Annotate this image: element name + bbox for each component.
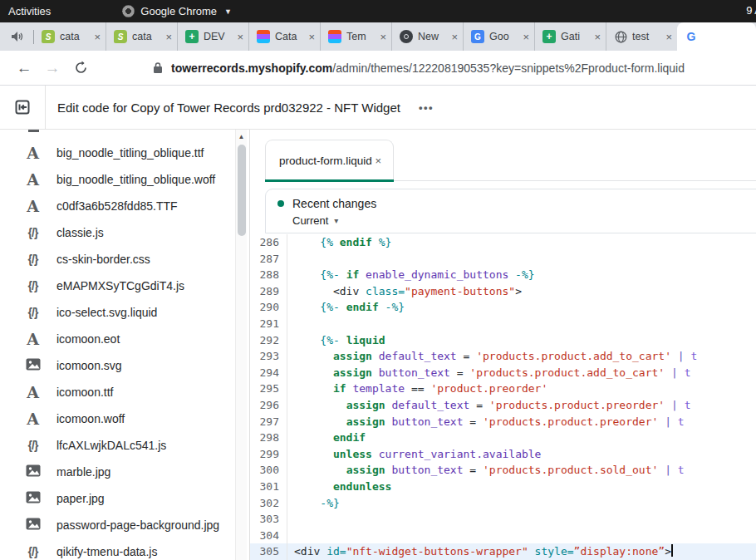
tab-title: test bbox=[632, 31, 660, 42]
file-name: icomoon.svg bbox=[56, 359, 122, 372]
chevron-down-icon: ▼ bbox=[224, 7, 232, 16]
scrollbar-thumb[interactable] bbox=[238, 145, 246, 236]
editor-tab-close-icon[interactable]: × bbox=[375, 155, 381, 167]
tab-close-icon[interactable]: × bbox=[308, 32, 315, 42]
browser-tab[interactable]: G bbox=[677, 22, 756, 51]
forward-button[interactable]: → bbox=[38, 54, 66, 82]
editor-tab-label: product-form.liquid bbox=[279, 155, 375, 167]
browser-tab[interactable]: Tem× bbox=[320, 22, 391, 51]
browser-tab[interactable]: Cata× bbox=[248, 22, 320, 51]
browser-tab[interactable]: Scata× bbox=[106, 22, 177, 51]
version-dropdown[interactable]: Current ▾ bbox=[292, 214, 756, 227]
file-item[interactable]: {/}ico-select.svg.liquid bbox=[0, 299, 234, 326]
chrome-app-menu[interactable]: Google Chrome ▼ bbox=[122, 5, 232, 17]
file-item[interactable]: paper.jpg bbox=[0, 485, 234, 512]
line-content bbox=[287, 251, 756, 268]
file-item[interactable]: {/}classie.js bbox=[0, 219, 234, 246]
code-line[interactable]: 300 assign button_text = 'products.produ… bbox=[250, 462, 756, 479]
tab-close-icon[interactable]: × bbox=[165, 32, 172, 42]
code-line[interactable]: 294 assign button_text = 'products.produ… bbox=[250, 365, 756, 381]
tab-close-icon[interactable]: × bbox=[451, 32, 458, 42]
back-button[interactable]: ← bbox=[10, 54, 38, 82]
tab-close-icon[interactable]: × bbox=[94, 32, 101, 42]
file-name: marble.jpg bbox=[56, 465, 110, 479]
file-item[interactable]: Aicomoon.eot bbox=[0, 326, 234, 352]
code-line[interactable]: 290 {%- endif -%} bbox=[250, 299, 756, 316]
file-name: icomoon.woff bbox=[56, 412, 125, 425]
file-item[interactable]: {/}lfcAXLwjkDALc541.js bbox=[0, 432, 234, 459]
code-line[interactable]: 287 bbox=[250, 251, 756, 268]
editor-file-tab[interactable]: product-form.liquid × bbox=[265, 140, 394, 181]
browser-tab[interactable]: +Gati× bbox=[534, 22, 606, 51]
image-file-icon bbox=[23, 491, 42, 507]
font-file-icon: A bbox=[23, 145, 42, 161]
scroll-up-icon[interactable]: ▲ bbox=[236, 130, 247, 140]
tab-audio-icon[interactable] bbox=[0, 22, 33, 51]
code-line[interactable]: 292 {%- liquid bbox=[250, 332, 756, 349]
content-area: Abig_noodle_titling_oblique.ttfAbig_nood… bbox=[0, 130, 756, 560]
code-line[interactable]: 286 {% endif %} bbox=[250, 234, 756, 251]
app-menu-label: Google Chrome bbox=[140, 5, 217, 17]
file-item[interactable]: {/}qikify-tmenu-data.js bbox=[0, 538, 234, 560]
address-bar[interactable]: towerrecords.myshopify.com/admin/themes/… bbox=[153, 61, 685, 75]
code-line[interactable]: 297 assign button_text = 'products.produ… bbox=[250, 414, 756, 430]
browser-tab[interactable]: test× bbox=[606, 22, 677, 51]
file-item[interactable]: Abig_noodle_titling_oblique.woff bbox=[0, 166, 234, 193]
tab-close-icon[interactable]: × bbox=[594, 32, 601, 42]
line-content: unless current_variant.available bbox=[287, 446, 756, 463]
code-file-icon: {/} bbox=[23, 279, 42, 292]
code-line[interactable]: 289 <div class="payment-buttons"> bbox=[250, 283, 756, 300]
code-line[interactable]: 299 unless current_variant.available bbox=[250, 446, 756, 463]
code-line[interactable]: 303 bbox=[250, 511, 756, 528]
exit-editor-button[interactable] bbox=[0, 86, 46, 129]
code-line-active[interactable]: 305<div id="nft-widget-buttons-wrapper" … bbox=[250, 543, 756, 560]
line-content: if template == 'product.preorder' bbox=[287, 381, 756, 397]
file-sidebar: Abig_noodle_titling_oblique.ttfAbig_nood… bbox=[0, 130, 249, 560]
code-line[interactable]: 295 if template == 'product.preorder' bbox=[250, 381, 756, 397]
file-item[interactable]: {/}eMAPMXSyTCgGdiT4.js bbox=[0, 273, 234, 299]
code-line[interactable]: 293 assign default_text = 'products.prod… bbox=[250, 348, 756, 365]
code-line[interactable]: 291 bbox=[250, 316, 756, 332]
code-line[interactable]: 302 -%} bbox=[250, 495, 756, 512]
recent-changes-panel: Recent changes Current ▾ bbox=[265, 189, 756, 233]
system-clock: 9 A bbox=[746, 4, 756, 17]
browser-toolbar: ← → towerrecords.myshopify.com/admin/the… bbox=[0, 51, 756, 86]
code-editor[interactable]: 286 {% endif %}287288 {%- if enable_dyna… bbox=[250, 234, 756, 560]
code-line[interactable]: 298 endif bbox=[250, 430, 756, 446]
browser-tab[interactable]: New× bbox=[391, 22, 463, 51]
tab-title: DEV bbox=[204, 31, 232, 42]
sheets-favicon: + bbox=[542, 30, 556, 43]
code-line[interactable]: 288 {%- if enable_dynamic_buttons -%} bbox=[250, 267, 756, 283]
more-actions-button[interactable]: ••• bbox=[419, 101, 434, 114]
line-number: 286 bbox=[250, 234, 287, 251]
tab-title: cata bbox=[132, 31, 160, 42]
reload-button[interactable] bbox=[66, 54, 95, 82]
sidebar-scrollbar[interactable]: ▲ bbox=[235, 130, 247, 560]
code-line[interactable]: 296 assign default_text = 'products.prod… bbox=[250, 397, 756, 414]
tab-close-icon[interactable]: × bbox=[523, 32, 529, 42]
file-item[interactable]: {/}cs-skin-border.css bbox=[0, 246, 234, 273]
line-content bbox=[287, 511, 756, 528]
tab-close-icon[interactable]: × bbox=[237, 32, 243, 42]
browser-tab[interactable]: +DEV× bbox=[177, 22, 248, 51]
url-text: towerrecords.myshopify.com/admin/themes/… bbox=[171, 61, 685, 75]
file-item[interactable]: Aicomoon.woff bbox=[0, 405, 234, 432]
file-list: Abig_noodle_titling_oblique.ttfAbig_nood… bbox=[0, 140, 234, 560]
file-item[interactable]: password-page-background.jpg bbox=[0, 512, 234, 538]
code-line[interactable]: 301 endunless bbox=[250, 479, 756, 495]
file-item[interactable]: marble.jpg bbox=[0, 459, 234, 485]
font-file-icon: A bbox=[23, 411, 42, 427]
tab-close-icon[interactable]: × bbox=[380, 32, 386, 42]
file-item[interactable]: Ac0df3a6b528fdd85.TTF bbox=[0, 193, 234, 219]
image-file-icon bbox=[23, 464, 42, 480]
tab-close-icon[interactable]: × bbox=[665, 32, 672, 42]
tab-title: Cata bbox=[275, 31, 303, 42]
file-item[interactable]: Aicomoon.ttf bbox=[0, 379, 234, 405]
activities-button[interactable]: Activities bbox=[0, 5, 62, 17]
code-line[interactable]: 304 bbox=[250, 528, 756, 544]
file-item[interactable]: icomoon.svg bbox=[0, 352, 234, 379]
file-item[interactable]: Abig_noodle_titling_oblique.ttf bbox=[0, 140, 234, 166]
browser-tab[interactable]: Scata× bbox=[34, 22, 106, 51]
tab-title: cata bbox=[60, 31, 89, 42]
browser-tab[interactable]: GGoo× bbox=[463, 22, 534, 51]
